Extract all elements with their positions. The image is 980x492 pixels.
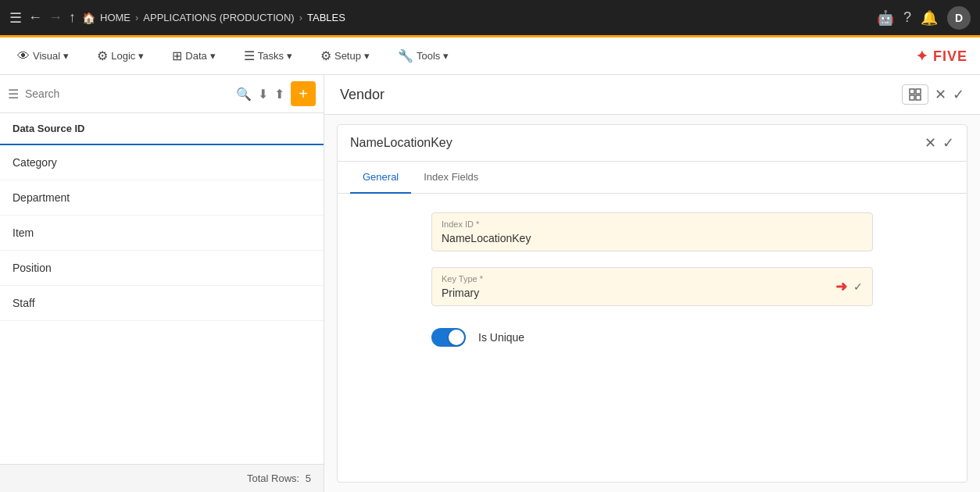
list-item[interactable]: Staff: [0, 286, 324, 321]
visual-icon: 👁: [17, 49, 30, 63]
svg-rect-3: [916, 95, 921, 100]
nav-visual-label: Visual: [33, 50, 60, 62]
list-footer: Total Rows: 5: [0, 464, 324, 492]
total-rows-value: 5: [306, 472, 311, 484]
back-icon[interactable]: ←: [28, 9, 42, 26]
nav-data[interactable]: ⊞ Data ▾: [167, 45, 220, 66]
nav-logic[interactable]: ⚙ Logic ▾: [92, 45, 148, 66]
nav-tools-label: Tools: [417, 50, 440, 62]
tabs-bar: General Index Fields: [338, 162, 967, 194]
setup-icon: ⚙: [320, 48, 331, 63]
upload-icon[interactable]: ⬆: [274, 87, 284, 102]
breadcrumb: 🏠 HOME › APPLICATIONS (PRODUCTION) › TAB…: [82, 12, 345, 24]
nlk-panel: NameLocationKey ✕ ✓ General Index Fields…: [337, 124, 967, 483]
vendor-title: Vendor: [340, 87, 384, 103]
is-unique-toggle[interactable]: [431, 328, 466, 347]
nav-setup-label: Setup: [334, 50, 361, 62]
second-nav-bar: 👁 Visual ▾ ⚙ Logic ▾ ⊞ Data ▾ ☰ Tasks ▾ …: [0, 37, 980, 75]
list-items: Category Department Item Position Staff: [0, 145, 324, 464]
key-type-label: Key Type *: [442, 274, 835, 283]
tab-index-fields[interactable]: Index Fields: [411, 162, 491, 194]
index-id-field: Index ID *: [431, 212, 873, 251]
download-icon[interactable]: ⬇: [258, 87, 268, 102]
nav-tools[interactable]: 🔧 Tools ▾: [393, 45, 453, 66]
left-panel: ☰ 🔍 ⬇ ⬆ + Data Source ID Category Depart…: [0, 75, 324, 492]
main-content: ☰ 🔍 ⬇ ⬆ + Data Source ID Category Depart…: [0, 75, 980, 492]
tab-general[interactable]: General: [350, 162, 411, 194]
menu-icon[interactable]: ☰: [9, 9, 22, 27]
forward-icon[interactable]: →: [48, 9, 63, 26]
nlk-header: NameLocationKey ✕ ✓: [338, 125, 967, 162]
svg-rect-2: [910, 95, 914, 100]
grid-view-button[interactable]: [902, 84, 928, 105]
breadcrumb-sep-2: ›: [299, 12, 302, 23]
setup-chevron: ▾: [364, 50, 370, 62]
svg-rect-0: [910, 89, 914, 94]
list-header: Data Source ID: [0, 113, 324, 145]
vendor-check-button[interactable]: ✓: [953, 86, 964, 103]
vendor-close-button[interactable]: ✕: [935, 86, 946, 103]
breadcrumb-applications[interactable]: APPLICATIONS (PRODUCTION): [143, 12, 294, 23]
logic-icon: ⚙: [97, 48, 108, 63]
visual-chevron: ▾: [63, 50, 69, 62]
list-item[interactable]: Category: [0, 145, 324, 180]
breadcrumb-home[interactable]: HOME: [100, 12, 131, 23]
top-nav-bar: ☰ ← → ↑ 🏠 HOME › APPLICATIONS (PRODUCTIO…: [0, 0, 980, 37]
svg-rect-1: [916, 89, 921, 94]
robot-icon[interactable]: 🤖: [877, 9, 894, 27]
filter-icon[interactable]: ☰: [8, 87, 19, 102]
breadcrumb-tables: TABLES: [307, 12, 345, 23]
vendor-header: Vendor ✕ ✓: [324, 75, 980, 115]
home-icon: 🏠: [82, 12, 95, 24]
notification-icon[interactable]: 🔔: [921, 9, 938, 27]
breadcrumb-sep-1: ›: [135, 12, 138, 23]
nav-logic-label: Logic: [111, 50, 135, 62]
index-id-input[interactable]: [442, 232, 863, 244]
red-arrow-icon: ➜: [835, 278, 847, 295]
right-panel: Vendor ✕ ✓ NameLocationKey ✕: [324, 75, 980, 492]
nlk-title: NameLocationKey: [350, 136, 452, 150]
data-chevron: ▾: [210, 50, 216, 62]
search-button[interactable]: 🔍: [236, 87, 252, 102]
data-icon: ⊞: [172, 48, 182, 63]
search-input[interactable]: [25, 87, 230, 100]
key-type-value: Primary: [442, 287, 835, 299]
nav-tasks[interactable]: ☰ Tasks ▾: [239, 45, 297, 66]
help-icon[interactable]: ?: [903, 9, 911, 26]
is-unique-label: Is Unique: [478, 331, 524, 344]
nlk-check-button[interactable]: ✓: [942, 134, 954, 152]
add-button[interactable]: +: [291, 81, 316, 106]
tasks-icon: ☰: [244, 48, 255, 63]
five-logo: ✦ FIVE: [916, 48, 967, 65]
nlk-close-button[interactable]: ✕: [925, 134, 936, 152]
nav-setup[interactable]: ⚙ Setup ▾: [316, 45, 374, 66]
index-id-label: Index ID *: [442, 219, 863, 229]
list-item[interactable]: Department: [0, 180, 324, 216]
key-type-field: Key Type * Primary ➜ ✓: [431, 267, 873, 306]
nav-data-label: Data: [185, 50, 206, 62]
avatar[interactable]: D: [947, 6, 971, 30]
list-item[interactable]: Item: [0, 216, 324, 251]
tools-chevron: ▾: [443, 50, 449, 62]
search-bar: ☰ 🔍 ⬇ ⬆ +: [0, 75, 324, 113]
form-area: Index ID * Key Type * Primary ➜ ✓: [338, 194, 967, 372]
tasks-chevron: ▾: [287, 50, 292, 62]
tools-icon: 🔧: [398, 48, 413, 63]
is-unique-row: Is Unique: [431, 322, 873, 353]
dropdown-chevron[interactable]: ✓: [853, 280, 863, 293]
up-icon[interactable]: ↑: [69, 9, 76, 26]
logic-chevron: ▾: [138, 50, 144, 62]
nav-visual[interactable]: 👁 Visual ▾: [13, 46, 73, 66]
list-item[interactable]: Position: [0, 251, 324, 286]
nav-tasks-label: Tasks: [258, 50, 284, 62]
total-rows-label: Total Rows:: [247, 472, 299, 484]
